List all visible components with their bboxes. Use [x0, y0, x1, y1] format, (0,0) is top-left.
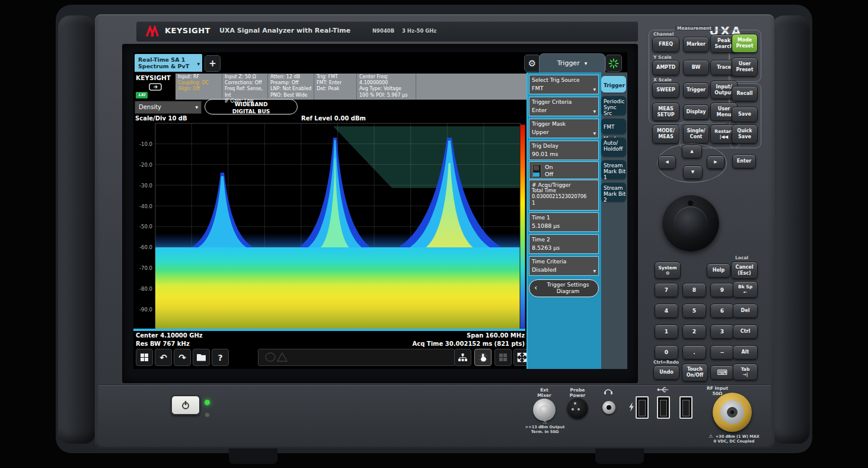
windows-start-button[interactable] [136, 349, 153, 366]
key-freq[interactable]: FREQ [652, 37, 679, 52]
probe-power-connector[interactable] [567, 397, 588, 419]
key-trigger[interactable]: Trigger [683, 82, 709, 98]
meas-lnp: LNP: Not Enabled [270, 86, 314, 92]
y-tick: -30.0 [137, 183, 152, 189]
trigger-settings-diagram-button[interactable]: ‹ Trigger Settings Diagram [529, 279, 599, 297]
undo-button[interactable]: ↶ [155, 349, 172, 366]
trigger-criteria-control[interactable]: Trigger Criteria Enter ▼ [529, 97, 599, 116]
key-mode-preset[interactable]: Mode Preset [732, 34, 758, 53]
trig-delay-control[interactable]: Trig Delay 90.01 ms [529, 141, 599, 160]
key-arrow-right[interactable]: ▶ [707, 155, 725, 169]
menu-tab-trigger[interactable]: Trigger [601, 76, 626, 93]
key-backspace[interactable]: Bk Sp ← [733, 281, 758, 298]
wideband-digital-bus-button[interactable]: WIDEBAND DIGITAL BUS [205, 99, 298, 114]
measurement-tab[interactable]: Real-Time SA 1 Spectrum & PvT ▼ [135, 54, 202, 72]
meas-col-atten[interactable]: Atten: 12 dB Preamp: Off LNP: Not Enable… [268, 74, 314, 100]
meas-col-freq[interactable]: Center Freq: 4.10000000 Avg Type: Voltag… [357, 74, 416, 100]
gear-icon: ⚙ [528, 58, 536, 69]
window-layout-button[interactable] [454, 349, 471, 366]
y-tick: -60.0 [137, 244, 152, 250]
menu-tab-auto-holdoff[interactable]: Auto/ Holdoff [601, 138, 626, 157]
time-2-control[interactable]: Time 2 8.5263 µs [529, 234, 599, 254]
key-arrow-up[interactable]: ▲ [682, 145, 702, 158]
meas-atten: Atten: 12 dB [270, 74, 314, 80]
key-bw[interactable]: BW [683, 60, 709, 75]
rf-input-connector[interactable] [713, 393, 752, 432]
usb-port-3[interactable] [679, 396, 693, 419]
key-system[interactable]: System ⚙ [655, 262, 681, 279]
key-help[interactable]: Help [707, 263, 730, 278]
key-arrow-left[interactable]: ◀ [658, 155, 676, 169]
meas-col-input[interactable]: Input: RF Coupling: DC Align: Off [175, 74, 222, 100]
key-decimal-point[interactable]: . [682, 345, 706, 359]
key-alt[interactable]: Alt [733, 345, 758, 359]
time-criteria-control[interactable]: Time Criteria Disabled ▼ [529, 256, 599, 276]
settings-gear-button[interactable]: ⚙ [524, 55, 540, 72]
key-ctrl[interactable]: Ctrl [733, 324, 758, 339]
key-mode-meas[interactable]: MODE/ MEAS [652, 125, 679, 144]
meas-avg-type: Avg Type: Voltage [359, 86, 416, 92]
diagram-button-label: Trigger Settings Diagram [540, 282, 596, 294]
menu-tab-stream-mark-bit-1[interactable]: Stream Mark Bit 1 [601, 160, 626, 179]
key-9[interactable]: 9 [710, 283, 734, 297]
key-arrow-down[interactable]: ▼ [683, 165, 703, 179]
spectrum-plot[interactable] [133, 122, 525, 331]
time-1-control[interactable]: Time 1 5.1088 µs [529, 212, 599, 232]
touch-mode-button[interactable] [474, 349, 492, 366]
key-undo[interactable]: Undo [653, 365, 679, 380]
key-minus[interactable]: − [710, 345, 734, 359]
acqs-per-trigger-control[interactable]: # Acqs/Trigger Total Time 0.030002152302… [529, 180, 599, 211]
menu-tab-stream-mark-bit-2[interactable]: Stream Mark Bit 2 [601, 183, 626, 202]
key-quick-save[interactable]: Quick Save [732, 125, 758, 144]
toggle-handle[interactable] [533, 173, 540, 177]
menu-title-dropdown[interactable]: Trigger ▼ [539, 53, 605, 72]
headphone-jack[interactable] [602, 401, 615, 414]
trigger-mask-control[interactable]: Trigger Mask Upper ▼ [529, 119, 599, 138]
key-save[interactable]: Save [732, 107, 758, 122]
usb-port-2[interactable] [657, 396, 670, 419]
rotary-knob[interactable] [662, 195, 719, 251]
key-onscreen-keyboard[interactable]: ⌨ [710, 365, 734, 380]
key-enter[interactable]: Enter [732, 154, 756, 168]
quad-view-button[interactable] [494, 349, 512, 366]
ext-mixer-connector[interactable] [533, 399, 556, 421]
toggle-track[interactable] [532, 164, 541, 178]
key-touch-on-off[interactable]: Touch On/Off [682, 364, 708, 381]
key-5[interactable]: 5 [682, 304, 706, 318]
key-user-preset[interactable]: User Preset [732, 58, 758, 77]
select-trig-source-control[interactable]: Select Trig Source FMT ▼ [529, 75, 599, 94]
trace-type-dropdown[interactable]: Density ▼ [135, 101, 202, 114]
redo-button[interactable]: ↷ [174, 349, 191, 366]
key-4[interactable]: 4 [655, 304, 678, 318]
key-meas-setup[interactable]: MEAS SETUP [652, 103, 679, 121]
key-3[interactable]: 3 [710, 324, 734, 339]
file-explorer-button[interactable] [193, 349, 210, 366]
key-7[interactable]: 7 [655, 283, 678, 297]
key-8[interactable]: 8 [682, 283, 706, 297]
add-tab-button[interactable]: + [205, 55, 221, 72]
menu-tab-periodic-sync-src[interactable]: Periodic Sync Src [601, 96, 626, 115]
key-del[interactable]: Del [733, 304, 758, 318]
key-display[interactable]: Display [683, 104, 709, 120]
key-single-cont[interactable]: Single/ Cont [683, 125, 709, 144]
key-tab[interactable]: Tab →| [733, 364, 758, 380]
key-amptd[interactable]: AMPTD [652, 60, 679, 75]
key-2[interactable]: 2 [682, 324, 706, 339]
meas-col-trigger[interactable]: Trig: FMT FMT: Enter Det: Peak [314, 74, 357, 100]
busy-indicator-button[interactable] [605, 55, 622, 72]
trig-delay-on-off-toggle[interactable]: On Off [529, 161, 599, 179]
key-sweep[interactable]: SWEEP [652, 82, 679, 98]
annotation-toolbar-tray[interactable] [258, 349, 455, 366]
help-button[interactable]: ? [212, 349, 229, 366]
usb-port-1[interactable] [636, 396, 649, 419]
key-1[interactable]: 1 [655, 324, 678, 339]
acqs-count-value: 1 [529, 199, 598, 206]
key-marker[interactable]: Marker [683, 37, 709, 52]
menu-tab-fmt-mask[interactable]: FMT Mask [601, 119, 626, 134]
key-cancel-esc[interactable]: Cancel (Esc) [731, 262, 758, 279]
power-button[interactable] [171, 395, 200, 415]
key-recall[interactable]: Recall [732, 86, 758, 101]
key-6[interactable]: 6 [710, 304, 734, 318]
key-0[interactable]: 0 [655, 345, 678, 359]
meas-col-impedance[interactable]: Input Z: 50 Ω Corrections: Off Freq Ref:… [222, 74, 268, 100]
